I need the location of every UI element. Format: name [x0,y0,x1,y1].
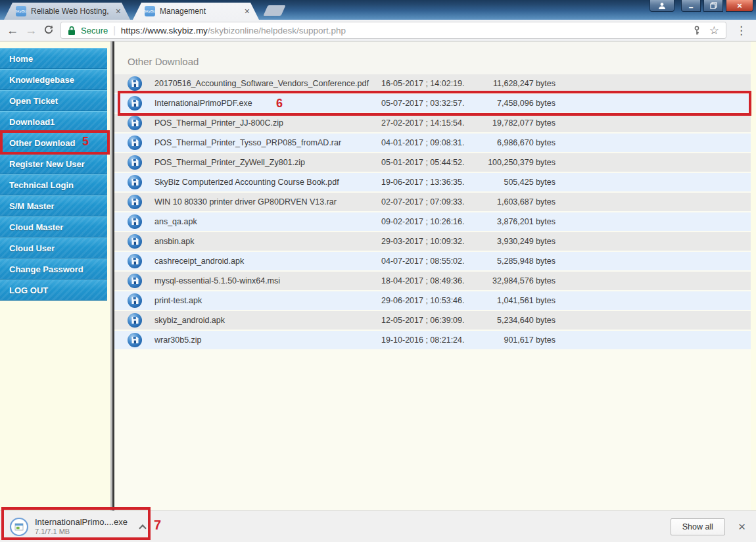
file-row[interactable]: ans_qa.apk09-02-2017 ; 10:26:16.3,876,20… [114,212,751,231]
sidebar-item-open-ticket[interactable]: Open Ticket [0,90,107,111]
file-row[interactable]: skybiz_android.apk12-05-2017 ; 06:39:09.… [114,311,751,330]
sidebar-item-other-download[interactable]: Other Download [0,132,107,153]
url-host: https://www.skybiz.my [121,26,208,36]
file-name: POS_Thermal_Printer_ZyWell_Zy801.zip [154,158,381,167]
file-row[interactable]: 20170516_Accounting_Software_Vendors_Con… [114,74,751,93]
profile-icon[interactable] [650,0,674,12]
sidebar-item-log-out[interactable]: LOG OUT [0,280,107,301]
close-window-button[interactable]: × [726,0,753,12]
sidebar-item-label: Open Ticket [9,96,58,106]
download-shelf: InternationalPrimo....exe 7.1/7.1 MB 7 S… [0,510,756,542]
download-disk-icon[interactable] [114,194,154,210]
sidebar-item-label: Other Download [9,138,75,148]
show-all-button[interactable]: Show all [671,518,725,535]
sidebar-nav: HomeKnowledgebaseOpen TicketDownload1Oth… [0,48,107,301]
sidebar-item-home[interactable]: Home [0,48,107,69]
file-name: skybiz_android.apk [154,316,381,325]
download-disk-icon[interactable] [114,76,154,91]
file-name: mysql-essential-5.1.50-winx64.msi [154,276,381,285]
annotation-number-7: 7 [154,518,161,533]
download-disk-icon[interactable] [114,174,154,190]
file-date: 16-05-2017 ; 14:02:19. [381,79,480,88]
sidebar-item-register-new-user[interactable]: Register New User [0,153,107,174]
sidebar-item-label: Cloud User [9,243,55,253]
file-name: cashreceipt_android.apk [154,257,381,266]
browser-toolbar: ← → Secure | https://www.skybiz.my/skybi… [0,20,756,41]
sidebar-item-technical-login[interactable]: Technical Login [0,174,107,195]
file-row[interactable]: SkyBiz Computerized Accounting Course Bo… [114,173,751,191]
sidebar-item-knowledgebase[interactable]: Knowledgebase [0,69,107,90]
file-date: 05-07-2017 ; 03:32:57. [381,99,480,108]
url-path: /skybizonline/helpdesk/support.php [208,26,346,36]
browser-window: SkyBiz Reliable Web Hosting, Pr × SkyBiz… [0,0,756,542]
download-disk-icon[interactable] [114,234,154,249]
file-size: 7,458,096 bytes [480,99,555,108]
sidebar-item-label: Home [9,54,33,64]
browser-menu-icon[interactable]: ⋮ [733,24,749,37]
sidebar-item-s-m-master[interactable]: S/M Master [0,195,107,216]
titlebar: SkyBiz Reliable Web Hosting, Pr × SkyBiz… [0,0,756,20]
download-disk-icon[interactable] [114,332,154,348]
file-date: 02-07-2017 ; 07:09:33. [381,197,480,207]
tab-label: Management [160,7,239,16]
file-size: 5,234,640 bytes [480,316,555,325]
file-row[interactable]: POS_Thermal_Printer_Tysso_PRP085_fromAD.… [114,134,751,152]
file-size: 11,628,247 bytes [480,79,555,88]
file-size: 100,250,379 bytes [480,158,555,167]
tab-close-icon[interactable]: × [243,7,251,16]
minimize-button[interactable]: – [681,0,701,12]
shelf-close-icon[interactable]: × [738,520,745,534]
file-row[interactable]: wrar30b5.zip19-10-2016 ; 08:21:24.901,61… [114,331,751,349]
sidebar-item-cloud-user[interactable]: Cloud User [0,237,107,259]
file-date: 19-10-2016 ; 08:21:24. [381,335,480,345]
download-disk-icon[interactable] [114,214,154,230]
file-date: 29-03-2017 ; 10:09:32. [381,237,480,246]
file-row[interactable]: print-test.apk29-06-2017 ; 10:53:46.1,04… [114,291,751,310]
download-disk-icon[interactable] [114,115,154,131]
download-disk-icon[interactable] [114,95,154,111]
file-name: wrar30b5.zip [154,335,381,345]
sidebar-item-change-password[interactable]: Change Password [0,259,107,280]
new-tab-button[interactable] [263,5,285,16]
file-date: 05-01-2017 ; 05:44:52. [381,158,480,167]
file-row[interactable]: mysql-essential-5.1.50-winx64.msi18-04-2… [114,272,751,290]
restore-button[interactable] [703,0,723,12]
file-row[interactable]: WIN 10 80330 printer driver GP80DRVEN V1… [114,193,751,211]
forward-icon[interactable]: → [25,24,37,36]
downloaded-file-item[interactable]: InternationalPrimo....exe 7.1/7.1 MB [9,517,145,537]
file-row[interactable]: InternationalPrimoPDF.exe05-07-2017 ; 03… [114,94,751,112]
file-row[interactable]: POS_Thermal_Printer_JJ-800C.zip27-02-201… [114,114,751,132]
sidebar-item-download1[interactable]: Download1 [0,111,107,132]
download-disk-icon[interactable] [114,155,154,170]
download-disk-icon[interactable] [114,293,154,308]
file-name: InternationalPrimoPDF.exe [154,99,381,108]
file-size: 6,986,670 bytes [480,138,555,147]
download-disk-icon[interactable] [114,135,154,151]
refresh-icon[interactable] [43,24,54,37]
file-row[interactable]: cashreceipt_android.apk04-07-2017 ; 08:5… [114,252,751,270]
tab-reliable-web-hosting[interactable]: SkyBiz Reliable Web Hosting, Pr × [4,3,130,20]
download-disk-icon[interactable] [114,253,154,269]
download-disk-icon[interactable] [114,273,154,289]
file-date: 27-02-2017 ; 14:15:54. [381,118,480,128]
file-size: 1,041,561 bytes [480,296,555,305]
file-row[interactable]: ansbin.apk29-03-2017 ; 10:09:32.3,930,24… [114,232,751,251]
bookmark-star-icon[interactable]: ☆ [709,24,719,37]
skybiz-favicon-icon: SkyBiz [145,6,155,16]
file-date: 18-04-2017 ; 08:49:36. [381,276,480,285]
chevron-up-icon[interactable] [139,524,146,531]
sidebar-item-label: Change Password [9,264,83,274]
back-icon[interactable]: ← [7,24,18,36]
sidebar-item-label: Technical Login [9,180,74,190]
file-name: POS_Thermal_Printer_Tysso_PRP085_fromAD.… [154,138,381,147]
secure-lock-icon [68,26,76,36]
tab-management[interactable]: SkyBiz Management × [133,3,259,20]
file-size: 3,930,249 bytes [480,237,555,246]
address-bar[interactable]: Secure | https://www.skybiz.my/skybizonl… [60,22,726,39]
tab-close-icon[interactable]: × [114,7,122,16]
password-key-icon[interactable] [692,26,701,36]
file-row[interactable]: POS_Thermal_Printer_ZyWell_Zy801.zip05-0… [114,153,751,172]
download-disk-icon[interactable] [114,312,154,328]
sidebar-item-cloud-master[interactable]: Cloud Master [0,216,107,237]
file-date: 12-05-2017 ; 06:39:09. [381,316,480,325]
